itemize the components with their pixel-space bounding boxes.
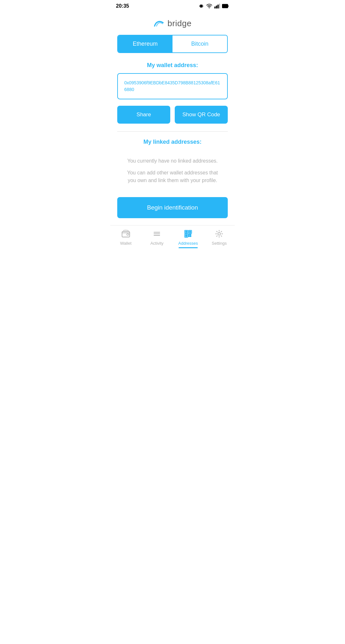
svg-rect-6 bbox=[219, 4, 220, 9]
nav-active-indicator bbox=[179, 247, 198, 248]
svg-rect-8 bbox=[223, 4, 227, 7]
header: bridge bbox=[110, 11, 235, 35]
activity-nav-icon bbox=[152, 229, 161, 240]
addresses-icon bbox=[184, 229, 193, 238]
begin-identification-button[interactable]: Begin identification bbox=[117, 197, 228, 218]
svg-rect-0 bbox=[200, 5, 203, 8]
svg-rect-17 bbox=[189, 231, 191, 233]
svg-rect-22 bbox=[188, 236, 189, 237]
signal-icon bbox=[214, 4, 220, 9]
settings-icon bbox=[215, 229, 224, 238]
svg-rect-4 bbox=[216, 6, 217, 9]
svg-rect-21 bbox=[190, 234, 191, 235]
nav-settings[interactable]: Settings bbox=[204, 229, 235, 246]
bottom-nav: Wallet Activity bbox=[110, 225, 235, 248]
wifi-icon bbox=[206, 4, 212, 9]
tab-bitcoin[interactable]: Bitcoin bbox=[172, 35, 227, 52]
nav-activity-label: Activity bbox=[150, 241, 164, 246]
show-qr-code-button[interactable]: Show QR Code bbox=[175, 106, 228, 124]
battery-icon bbox=[222, 4, 229, 8]
svg-rect-5 bbox=[218, 5, 219, 9]
main-content: My wallet address: 0x0953906f9EBDbE8435D… bbox=[110, 53, 235, 225]
svg-rect-10 bbox=[127, 234, 129, 235]
svg-rect-3 bbox=[214, 7, 216, 9]
share-button[interactable]: Share bbox=[117, 106, 170, 124]
status-bar: 20:35 bbox=[110, 0, 235, 11]
wallet-address-box: 0x0953906f9EBDbE8435D798B88125308afE6168… bbox=[117, 73, 228, 99]
svg-rect-19 bbox=[185, 235, 187, 237]
logo-icon bbox=[153, 19, 165, 28]
nav-wallet-label: Wallet bbox=[120, 241, 132, 246]
empty-state: You currently have no linked addresses. … bbox=[110, 145, 235, 191]
status-icons bbox=[198, 3, 229, 9]
settings-nav-icon bbox=[215, 229, 224, 240]
addresses-nav-icon bbox=[184, 229, 193, 240]
svg-rect-23 bbox=[190, 236, 191, 237]
svg-rect-2 bbox=[203, 5, 203, 7]
wallet-nav-icon bbox=[121, 229, 130, 240]
nav-addresses-label: Addresses bbox=[178, 241, 198, 246]
svg-rect-20 bbox=[188, 234, 189, 235]
tab-ethereum[interactable]: Ethereum bbox=[118, 35, 172, 52]
vibrate-icon bbox=[198, 3, 204, 9]
empty-state-text2: You can add other wallet addresses that … bbox=[123, 169, 222, 184]
nav-settings-label: Settings bbox=[212, 241, 227, 246]
wallet-address-text: 0x0953906f9EBDbE8435D798B88125308afE6168… bbox=[124, 80, 220, 92]
section-divider bbox=[117, 131, 228, 132]
logo-text: bridge bbox=[167, 19, 191, 28]
tab-row: Ethereum Bitcoin bbox=[117, 35, 228, 53]
activity-icon bbox=[152, 229, 161, 238]
nav-activity[interactable]: Activity bbox=[142, 229, 173, 246]
wallet-icon bbox=[121, 229, 130, 238]
nav-addresses[interactable]: Addresses bbox=[172, 229, 204, 246]
empty-state-text1: You currently have no linked addresses. bbox=[127, 158, 218, 164]
wallet-address-label: My wallet address: bbox=[110, 62, 235, 69]
linked-addresses-label: My linked addresses: bbox=[110, 139, 235, 145]
svg-rect-1 bbox=[199, 5, 200, 7]
nav-wallet[interactable]: Wallet bbox=[110, 229, 142, 246]
status-time: 20:35 bbox=[116, 3, 129, 9]
svg-rect-15 bbox=[185, 231, 187, 233]
svg-point-24 bbox=[218, 233, 220, 235]
action-row: Share Show QR Code bbox=[117, 106, 228, 124]
